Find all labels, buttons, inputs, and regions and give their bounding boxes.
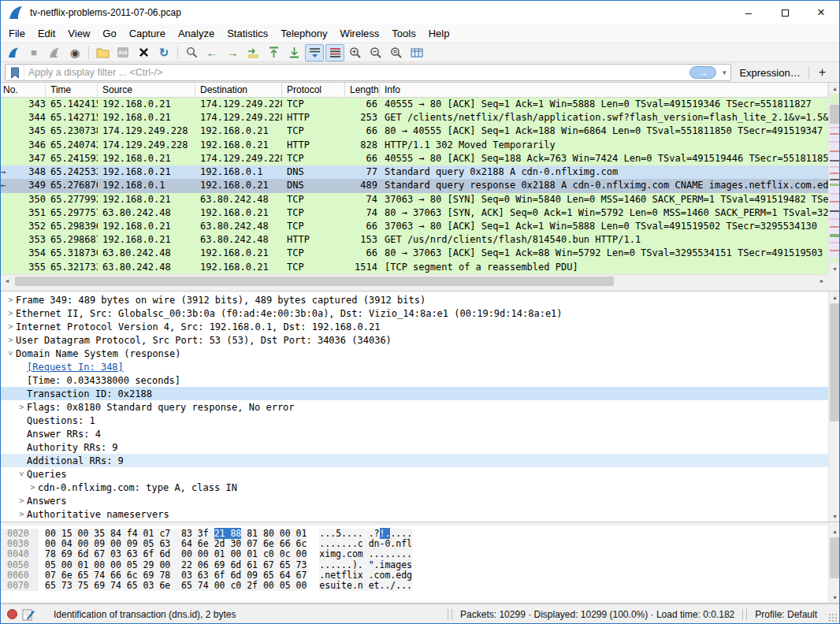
display-filter-input[interactable]: Apply a display filter ... <Ctrl-/> → ▾: [5, 64, 731, 81]
close-button[interactable]: ×: [803, 1, 839, 24]
go-back-button[interactable]: ←: [203, 44, 221, 61]
expander-collapsed-icon[interactable]: >: [17, 510, 27, 518]
start-capture-button[interactable]: [4, 44, 23, 61]
detail-line-10[interactable]: Answer RRs: 4: [1, 427, 828, 440]
find-packet-button[interactable]: [182, 44, 201, 61]
packet-list-hscrollbar[interactable]: ◄ ►: [1, 274, 828, 287]
column-header-protocol[interactable]: Protocol: [282, 83, 345, 97]
bytes-scroll-thumb[interactable]: [830, 537, 840, 578]
detail-line-15[interactable]: >Answers: [1, 494, 828, 507]
profile-label[interactable]: Profile: Default: [749, 609, 823, 620]
menu-view[interactable]: View: [61, 25, 96, 42]
packet-row-348[interactable]: →34865.242532192.168.0.21192.168.0.1DNS7…: [1, 165, 828, 179]
packet-row-346[interactable]: 34665.240742174.129.249.228192.168.0.21H…: [1, 139, 828, 152]
column-header-time[interactable]: Time: [46, 83, 98, 97]
zoom-original-button[interactable]: [387, 44, 406, 61]
menu-go[interactable]: Go: [96, 25, 122, 42]
detail-line-3[interactable]: >User Datagram Protocol, Src Port: 53 (5…: [1, 333, 828, 347]
detail-line-5[interactable]: [Request In: 348]: [1, 360, 828, 373]
scroll-down-icon[interactable]: ▼: [829, 263, 840, 274]
go-first-button[interactable]: [264, 44, 283, 61]
open-file-button[interactable]: [93, 44, 112, 61]
expander-expanded-icon[interactable]: >: [17, 469, 26, 479]
menu-wireless[interactable]: Wireless: [333, 25, 385, 42]
column-header-length[interactable]: Length: [345, 83, 380, 97]
detail-line-14[interactable]: >cdn-0.nflximg.com: type A, class IN: [1, 481, 828, 494]
detail-line-16[interactable]: >Authoritative nameservers: [1, 507, 828, 521]
detail-line-2[interactable]: >Internet Protocol Version 4, Src: 192.1…: [1, 320, 828, 333]
expander-collapsed-icon[interactable]: >: [17, 496, 27, 505]
packet-row-350[interactable]: 35065.277992192.168.0.2163.80.242.48TCP7…: [1, 193, 828, 206]
packet-list-vscrollbar[interactable]: ▲ ▼: [828, 83, 840, 274]
details-scroll-thumb[interactable]: [830, 303, 840, 422]
column-header-no[interactable]: No.: [1, 83, 46, 97]
menu-tools[interactable]: Tools: [385, 25, 422, 42]
stop-capture-button[interactable]: ■: [24, 44, 43, 61]
packet-row-351[interactable]: 35165.29775763.80.242.48192.168.0.21TCP7…: [1, 206, 828, 220]
detail-line-0[interactable]: >Frame 349: 489 bytes on wire (3912 bits…: [1, 293, 828, 306]
packet-row-347[interactable]: 34765.241592192.168.0.21174.129.249.228T…: [1, 152, 828, 165]
packet-row-345[interactable]: 34565.230738174.129.249.228192.168.0.21T…: [1, 124, 828, 138]
go-to-packet-button[interactable]: [243, 44, 262, 61]
menu-file[interactable]: File: [2, 25, 32, 42]
column-header-destination[interactable]: Destination: [195, 83, 282, 97]
scroll-left-icon[interactable]: ◄: [1, 278, 13, 284]
go-forward-button[interactable]: →: [223, 44, 242, 61]
menu-edit[interactable]: Edit: [32, 25, 61, 42]
detail-line-8[interactable]: >Flags: 0x8180 Standard query response, …: [1, 400, 828, 414]
scroll-right-icon[interactable]: ►: [816, 278, 828, 284]
add-filter-button[interactable]: +: [809, 65, 835, 80]
capture-comment-icon[interactable]: [22, 608, 35, 621]
menu-help[interactable]: Help: [422, 25, 456, 42]
bytes-vscrollbar[interactable]: ▲ ▼: [828, 526, 840, 603]
hscroll-thumb[interactable]: [15, 277, 614, 286]
menu-capture[interactable]: Capture: [123, 25, 172, 42]
detail-line-11[interactable]: Authority RRs: 9: [1, 440, 828, 454]
menu-telephony[interactable]: Telephony: [274, 25, 333, 42]
column-header-info[interactable]: Info: [380, 83, 828, 97]
expander-collapsed-icon[interactable]: >: [6, 336, 16, 344]
expander-collapsed-icon[interactable]: >: [6, 322, 16, 331]
hex-row-0070[interactable]: 007065 73 75 69 74 65 03 6e 65 74 00 c0 …: [1, 581, 840, 591]
column-header-source[interactable]: Source: [98, 83, 195, 97]
apply-filter-button[interactable]: →: [689, 66, 716, 79]
detail-line-9[interactable]: Questions: 1: [1, 414, 828, 427]
resize-grip[interactable]: [828, 613, 838, 622]
packet-row-354[interactable]: 35465.31873063.80.242.48192.168.0.21TCP6…: [1, 247, 828, 260]
scroll-up-icon[interactable]: ▲: [829, 292, 840, 303]
packet-row-352[interactable]: 35265.298396192.168.0.2163.80.242.48TCP6…: [1, 220, 828, 233]
resize-columns-button[interactable]: [407, 44, 426, 61]
zoom-in-button[interactable]: [346, 44, 365, 61]
detail-line-4[interactable]: >Domain Name System (response): [1, 347, 828, 360]
packet-row-355[interactable]: 35565.32173363.80.242.48192.168.0.21TCP1…: [1, 261, 828, 274]
close-file-button[interactable]: [134, 44, 153, 61]
scroll-down-icon[interactable]: ▼: [829, 592, 840, 603]
save-file-button[interactable]: 010: [113, 44, 132, 61]
expression-button[interactable]: Expression…: [731, 67, 808, 79]
packet-list-minimap[interactable]: [830, 94, 840, 263]
expander-collapsed-icon[interactable]: >: [28, 483, 38, 492]
detail-link[interactable]: [Request In: 348]: [27, 362, 124, 373]
expander-collapsed-icon[interactable]: >: [6, 309, 16, 318]
colorize-button[interactable]: [325, 44, 344, 61]
packet-row-343[interactable]: 34365.142415192.168.0.21174.129.249.228T…: [1, 98, 828, 111]
maximize-button[interactable]: [767, 1, 803, 24]
detail-line-13[interactable]: >Queries: [1, 467, 828, 481]
minimize-button[interactable]: –: [730, 1, 767, 24]
capture-options-button[interactable]: ◉: [65, 44, 84, 61]
detail-line-6[interactable]: [Time: 0.034338000 seconds]: [1, 373, 828, 387]
details-vscrollbar[interactable]: ▲ ▼: [828, 292, 840, 522]
expert-info-icon[interactable]: [7, 609, 17, 619]
zoom-out-button[interactable]: [366, 44, 385, 61]
expander-collapsed-icon[interactable]: >: [6, 295, 16, 304]
scroll-down-icon[interactable]: ▼: [829, 511, 840, 522]
detail-line-1[interactable]: >Ethernet II, Src: Globalsc_00:3b:0a (f0…: [1, 306, 828, 320]
filter-bookmark-button[interactable]: [6, 65, 24, 80]
auto-scroll-button[interactable]: [305, 44, 324, 61]
reload-file-button[interactable]: ↻: [154, 44, 173, 61]
menu-analyze[interactable]: Analyze: [172, 25, 221, 42]
packet-row-353[interactable]: 35365.298687192.168.0.2163.80.242.48HTTP…: [1, 233, 828, 247]
filter-dropdown-caret[interactable]: ▾: [718, 65, 730, 80]
scroll-up-icon[interactable]: ▲: [829, 526, 840, 537]
detail-line-7[interactable]: Transaction ID: 0x2188: [1, 387, 828, 400]
